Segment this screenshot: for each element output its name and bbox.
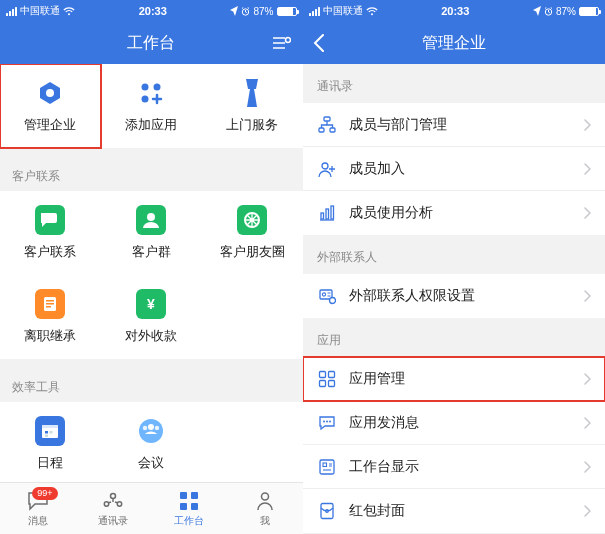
tile-label: 客户群	[132, 243, 171, 261]
tile-label: 上门服务	[226, 116, 278, 134]
row-workbench-disp[interactable]: 工作台显示	[303, 445, 606, 489]
svg-rect-40	[330, 128, 335, 132]
svg-rect-34	[180, 503, 187, 510]
tab-me[interactable]: 我	[227, 483, 303, 534]
svg-rect-23	[50, 431, 53, 434]
page-title: 管理企业	[422, 33, 486, 54]
svg-rect-33	[191, 492, 198, 499]
tab-label: 工作台	[174, 514, 204, 528]
tile-label: 日程	[37, 454, 63, 472]
tab-work[interactable]: 工作台	[151, 483, 227, 534]
group-title: 应用	[303, 318, 606, 357]
app-send-icon	[317, 413, 337, 433]
tile-label: 会议	[138, 454, 164, 472]
chevron-right-icon	[584, 373, 591, 385]
tile-leave-inherit[interactable]: 离职继承	[0, 275, 101, 359]
svg-point-26	[148, 424, 154, 430]
top-grid: 管理企业 添加应用 上门服务	[0, 64, 303, 148]
tab-label: 我	[260, 514, 270, 528]
clock-label: 20:33	[441, 5, 469, 17]
phone-manage: 中国联通 20:33 87% 管理企业 通讯录 成员与部门管理	[303, 0, 606, 534]
svg-point-4	[142, 84, 149, 91]
status-bar: 中国联通 20:33 87%	[0, 0, 303, 22]
member-join-icon	[317, 159, 337, 179]
onsite-service-icon	[237, 78, 267, 108]
row-label: 应用发消息	[349, 414, 585, 432]
chevron-right-icon	[584, 119, 591, 131]
tab-contacts[interactable]: 通讯录	[76, 483, 152, 534]
row-label: 红包封面	[349, 502, 585, 520]
red-cover-icon	[317, 501, 337, 521]
svg-point-9	[147, 213, 155, 221]
tab-work-icon	[178, 490, 200, 512]
svg-rect-16	[46, 306, 51, 308]
svg-point-54	[329, 420, 331, 422]
tab-label: 消息	[28, 514, 48, 528]
status-bar: 中国联通 20:33 87%	[303, 0, 606, 22]
tile-label: 对外收款	[125, 327, 177, 345]
svg-rect-56	[323, 463, 327, 467]
svg-point-29	[111, 493, 116, 498]
tile-manage-enterprise[interactable]: 管理企业	[0, 64, 101, 148]
battery-label: 87%	[253, 6, 273, 17]
section-efficiency-title: 效率工具	[0, 369, 303, 402]
alarm-icon	[241, 7, 250, 16]
tab-label: 通讯录	[98, 514, 128, 528]
back-icon[interactable]	[313, 34, 324, 52]
meeting-icon	[136, 416, 166, 446]
row-label: 外部联系人权限设置	[349, 287, 585, 305]
carrier-label: 中国联通	[20, 4, 60, 18]
tile-meeting[interactable]: 会议	[101, 402, 202, 482]
tile-label: 添加应用	[125, 116, 177, 134]
tab-msg[interactable]: 消息 99+	[0, 483, 76, 534]
svg-rect-49	[328, 371, 334, 377]
group-title: 外部联系人	[303, 235, 606, 274]
svg-rect-44	[331, 206, 334, 219]
efficiency-grid: 日程 会议	[0, 402, 303, 482]
chevron-right-icon	[584, 290, 591, 302]
tile-add-app[interactable]: 添加应用	[101, 64, 202, 148]
settings-icon[interactable]	[273, 36, 291, 50]
tile-customer-group[interactable]: 客户群	[101, 191, 202, 275]
svg-point-27	[143, 426, 147, 430]
svg-point-36	[261, 493, 268, 500]
wifi-icon	[63, 7, 75, 16]
row-red-cover[interactable]: 红包封面	[303, 489, 606, 533]
alarm-icon	[544, 7, 553, 16]
battery-icon	[579, 7, 599, 16]
row-label: 成员使用分析	[349, 204, 585, 222]
svg-rect-42	[321, 213, 324, 219]
row-label: 应用管理	[349, 370, 585, 388]
row-label: 成员加入	[349, 160, 585, 178]
wifi-icon	[366, 7, 378, 16]
customer-grid: 客户联系 客户群 客户朋友圈 离职继承¥ 对外收款	[0, 191, 303, 359]
tile-schedule[interactable]: 日程	[0, 402, 101, 482]
row-member-usage[interactable]: 成员使用分析	[303, 191, 606, 235]
row-member-dept[interactable]: 成员与部门管理	[303, 103, 606, 147]
page-title: 工作台	[127, 33, 175, 54]
svg-rect-51	[328, 380, 334, 386]
svg-rect-38	[324, 117, 330, 121]
svg-point-47	[329, 298, 335, 304]
battery-label: 87%	[556, 6, 576, 17]
carrier-label: 中国联通	[323, 4, 363, 18]
row-app-send[interactable]: 应用发消息	[303, 401, 606, 445]
chevron-right-icon	[584, 163, 591, 175]
tile-onsite-service[interactable]: 上门服务	[202, 64, 303, 148]
tile-customer-contact[interactable]: 客户联系	[0, 191, 101, 275]
svg-point-3	[46, 89, 54, 97]
tile-customer-moments[interactable]: 客户朋友圈	[202, 191, 303, 275]
tile-external-collect[interactable]: ¥ 对外收款	[101, 275, 202, 359]
member-dept-icon	[317, 115, 337, 135]
row-label: 工作台显示	[349, 458, 585, 476]
tile-label: 客户联系	[24, 243, 76, 261]
row-ext-perm[interactable]: 外部联系人权限设置	[303, 274, 606, 318]
row-member-join[interactable]: 成员加入	[303, 147, 606, 191]
signal-icon	[6, 7, 17, 16]
workbench-disp-icon	[317, 457, 337, 477]
svg-point-53	[326, 420, 328, 422]
row-app-manage[interactable]: 应用管理	[303, 357, 606, 401]
customer-moments-icon	[237, 205, 267, 235]
member-usage-icon	[317, 203, 337, 223]
section-customer-title: 客户联系	[0, 158, 303, 191]
